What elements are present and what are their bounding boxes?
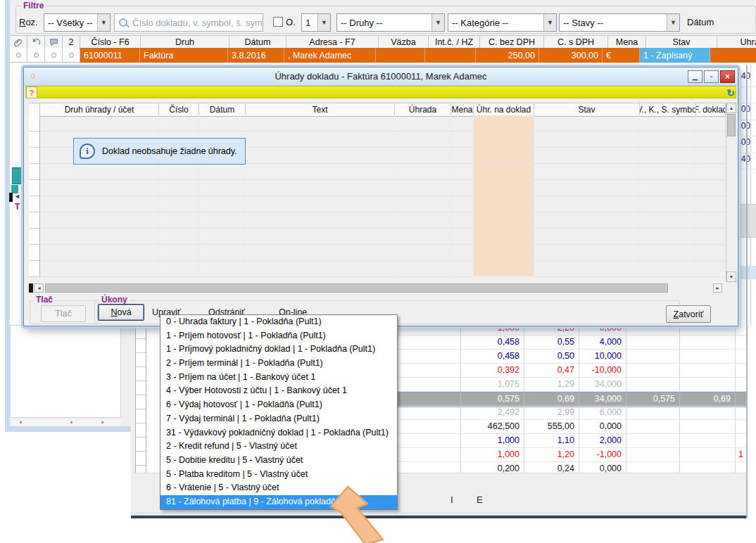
empty-cell	[640, 164, 696, 180]
empty-cell	[451, 164, 474, 180]
table-row[interactable]: 0,5750,6934,0000,5750,69	[398, 392, 748, 407]
empty-cell	[40, 245, 159, 261]
menu-item[interactable]: 7 - Výdaj terminál | 1 - Pokladňa (Pult1…	[160, 412, 397, 426]
menu-item[interactable]: 2 - Príjem terminál | 1 - Pokladňa (Pult…	[160, 357, 397, 371]
column-header[interactable]: Dátum	[229, 36, 286, 49]
minimize-button[interactable]: ▁	[688, 70, 703, 83]
empty-cell	[451, 132, 474, 148]
refresh-icon[interactable]: ↻	[726, 88, 735, 98]
row-marker-cell[interactable]	[45, 48, 63, 63]
splitter-handle[interactable]	[9, 193, 13, 202]
help-button[interactable]: ?	[26, 87, 37, 98]
value-cell: 0,69	[680, 392, 736, 407]
chevron-down-icon[interactable]: ▼	[317, 14, 330, 31]
payments-column-header[interactable]: V., K., S. symbol	[640, 103, 696, 116]
value-cell: 10,000	[579, 350, 626, 364]
empty-cell	[199, 115, 246, 132]
row-marker-cell[interactable]	[27, 48, 45, 63]
scroll-left-icon[interactable]: ◄	[14, 193, 20, 200]
splitter-handle[interactable]	[29, 283, 33, 293]
count-dropdown[interactable]: 1 ▼	[301, 13, 331, 32]
menu-item[interactable]: 1 - Príjmový pokladničný doklad | 1 - Po…	[160, 343, 397, 357]
scroll-right-icon[interactable]: ►	[713, 283, 722, 293]
filter-all-dropdown[interactable]: -- Všetky -- ▼	[44, 13, 111, 32]
menu-item[interactable]: 3 - Príjem na účet | 1 - Bankový účet 1	[160, 371, 397, 385]
cell-datum[interactable]: 3.8.2016	[228, 48, 284, 63]
close-dialog-button[interactable]: Zatvoriť	[666, 305, 711, 323]
scroll-left-icon[interactable]: ◄	[34, 283, 44, 293]
print-button[interactable]: Tlač	[41, 305, 86, 322]
row-marker-cell[interactable]	[10, 48, 27, 63]
list-window-bottom-border	[5, 426, 131, 432]
menu-item[interactable]: 0 - Uhrada faktury | 1 - Pokladňa (Pult1…	[160, 315, 397, 329]
value-cell: 0,575	[626, 392, 680, 407]
roz-link[interactable]: Roz.	[19, 17, 38, 27]
table-row[interactable]: 1,0001,102,000	[398, 434, 748, 448]
o-checkbox[interactable]	[273, 17, 283, 27]
table-row[interactable]: 2,4922,996,000	[398, 406, 748, 420]
payments-column-header[interactable]: Úhrada	[395, 103, 451, 116]
table-row[interactable]: 0,4580,554,000	[398, 336, 748, 350]
cell-druh[interactable]: Faktúra	[140, 48, 228, 63]
empty-cell	[534, 212, 640, 229]
row-marker-cell[interactable]	[63, 48, 80, 63]
table-row[interactable]: 0,3920,47-10,000	[398, 364, 748, 378]
payments-column-header[interactable]: Text	[246, 103, 395, 116]
table-row[interactable]: 1,0001,20-1,0001	[398, 448, 748, 462]
payments-column-header[interactable]: Stav	[534, 103, 640, 116]
empty-cell	[159, 115, 199, 132]
table-row[interactable]: 462,500555,000,000	[398, 420, 748, 434]
menu-item[interactable]: 2 - Kredit refund | 5 - Vlastný účet	[160, 440, 397, 454]
column-header[interactable]: Druh	[141, 36, 229, 49]
empty-cell	[696, 148, 726, 164]
scroll-up-icon[interactable]: ▲	[726, 103, 736, 113]
table-row[interactable]: 0,4580,5010,000	[398, 350, 748, 364]
empty-cell	[40, 196, 159, 212]
horizontal-scrollbar[interactable]: ◄ ►	[29, 283, 736, 293]
payments-column-header[interactable]: Mena	[451, 103, 474, 116]
menu-item[interactable]: 6 - Výdaj hotovosť | 1 - Pokladňa (Pult1…	[160, 398, 397, 412]
close-button[interactable]: ✕	[720, 70, 735, 83]
scrollbar-thumb[interactable]	[727, 114, 736, 136]
value-cell: 1,10	[524, 434, 579, 448]
empty-cell	[246, 261, 395, 277]
empty-cell	[474, 132, 534, 148]
row-selector-cell	[29, 148, 40, 164]
scroll-down-icon[interactable]: ▼	[726, 272, 736, 282]
table-row[interactable]: 1,0751,2934,000	[398, 378, 748, 392]
menu-item[interactable]: 1 - Príjem hotovosť | 1 - Pokladňa (Pult…	[160, 329, 397, 343]
empty-cell	[474, 212, 534, 229]
menu-item[interactable]: 4 - Výber Hotovosti z účtu | 1 - Bankový…	[160, 384, 397, 398]
payments-column-header[interactable]: Druh úhrady / účet	[40, 103, 159, 116]
row-selector-cell	[29, 229, 40, 245]
mini-scrollbar[interactable]	[11, 419, 121, 426]
tlac-group-label: Tlač	[34, 295, 55, 304]
column-header[interactable]: Adresa - F7	[286, 36, 379, 49]
empty-cell	[696, 196, 726, 212]
empty-table-row	[29, 261, 726, 277]
maximize-button[interactable]: ▫	[704, 70, 719, 83]
menu-item[interactable]: 5 - Dobitie kreditu | 5 - Vlastný účet	[160, 454, 397, 468]
scrollbar-thumb[interactable]	[45, 283, 668, 293]
empty-cell	[451, 115, 474, 132]
empty-cell	[40, 164, 159, 180]
value-cell: 4,000	[579, 336, 626, 350]
payments-column-header[interactable]: Úhr. na doklad	[474, 103, 534, 116]
search-input[interactable]: Číslo dokladu, v. symbol, š. symbol	[114, 13, 263, 32]
column-header[interactable]: 2	[63, 36, 80, 49]
dialog-titlebar[interactable]: ☼ Úhrady dokladu - Faktúra 61000011, Mar…	[24, 68, 738, 86]
value-cell: 0,458	[461, 350, 524, 364]
scrollbar-fragment[interactable]	[12, 167, 23, 184]
menu-item[interactable]: 31 - Výdavkový pokladničný doklad | 1 - …	[160, 426, 397, 440]
new-payment-button[interactable]: Nová	[98, 304, 144, 321]
chevron-down-icon[interactable]: ▼	[97, 14, 110, 31]
empty-cell	[395, 132, 451, 148]
payments-column-header[interactable]: Číslo	[159, 103, 199, 116]
column-header[interactable]: Číslo - F6	[80, 36, 141, 49]
vertical-scrollbar[interactable]: ▲ ▼	[726, 103, 736, 282]
payments-column-header[interactable]: F. doklad	[696, 103, 726, 116]
cell-adresa[interactable]: , Marek Adamec	[284, 48, 376, 63]
paperclip-icon	[10, 36, 27, 49]
cell-cislo[interactable]: 61000011	[80, 48, 140, 63]
payments-column-header[interactable]: Dátum	[199, 103, 246, 116]
